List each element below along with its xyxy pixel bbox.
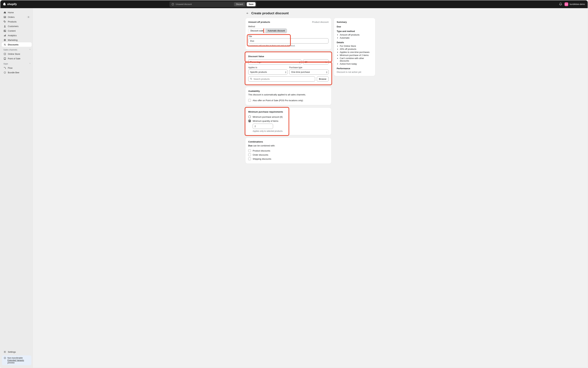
home-icon	[3, 11, 6, 14]
method-label: Method	[248, 25, 328, 28]
save-button[interactable]: Save	[247, 2, 256, 6]
nav-pos[interactable]: Point of Sale	[2, 56, 32, 61]
seg-discount-code[interactable]: Discount code	[248, 28, 265, 33]
svg-point-5	[4, 25, 5, 26]
radio-icon	[248, 115, 251, 118]
info-icon	[4, 357, 6, 364]
combo-order[interactable]: Order discounts	[248, 153, 328, 157]
app-icon	[3, 71, 6, 74]
chart-icon	[3, 34, 6, 37]
nav-marketing[interactable]: Marketing	[2, 38, 32, 42]
applies-to-label: Applies to	[248, 66, 288, 69]
card-title: Availability	[248, 90, 328, 92]
gear-icon	[3, 350, 6, 353]
nav-customers[interactable]: Customers	[2, 24, 32, 28]
contextual-save-bar: Unsaved discount Discard Save	[169, 1, 257, 7]
summary-card: Summary Duo Type and method Amount off p…	[334, 18, 375, 76]
title-help: Customers will see this in their cart an…	[248, 45, 328, 47]
tag-icon	[3, 20, 6, 23]
inbox-icon	[3, 16, 6, 18]
alert-icon	[171, 3, 174, 6]
card-title: Amount off products	[248, 21, 270, 23]
method-segmented: Discount code Automatic discount	[248, 28, 287, 33]
nav-flow[interactable]: Flow ›	[2, 66, 32, 70]
card-title: Combinations	[248, 140, 328, 143]
purchase-type-select[interactable]: One-time purchase ▴▾	[289, 69, 328, 75]
content-area: Create product discount Amount off produ…	[33, 8, 588, 368]
back-button[interactable]	[245, 11, 250, 15]
card-combinations: Combinations Duo can be combined with: P…	[245, 138, 331, 164]
combo-product[interactable]: Product discounts	[248, 149, 328, 153]
sidebar: Home Orders 4 Products Customers Content	[0, 8, 33, 368]
nav-content[interactable]: Content	[2, 28, 32, 33]
unsaved-message: Unsaved discount	[176, 3, 192, 5]
svg-rect-10	[5, 35, 6, 36]
svg-rect-9	[5, 35, 5, 37]
nav-products[interactable]: Products	[2, 19, 32, 24]
radio-min-amount[interactable]: Minimum purchase amount (€)	[248, 115, 328, 119]
page-title: Create product discount	[251, 11, 289, 15]
title-input[interactable]	[248, 38, 328, 44]
perf-heading: Performance	[337, 67, 373, 70]
notifications-icon[interactable]	[559, 2, 562, 6]
topbar: shopify Unsaved discount Discard Save bu…	[0, 0, 588, 8]
purchase-type-label: Purchase type	[289, 66, 328, 69]
svg-point-24	[250, 78, 252, 79]
card-availability: Availability This discount is automatica…	[245, 87, 331, 105]
nav-home[interactable]: Home	[2, 10, 32, 15]
seg-automatic[interactable]: Automatic discount	[265, 28, 287, 33]
store-icon	[3, 53, 6, 55]
svg-point-16	[5, 59, 5, 59]
radio-icon	[248, 120, 251, 122]
chevron-right-icon[interactable]: ›	[30, 48, 30, 51]
nav-bundle-bee[interactable]: Bundle Bee	[2, 70, 32, 75]
chevron-right-icon[interactable]: ›	[30, 62, 30, 64]
card-discount-value: Discount Value Percentage ▴▾ %	[245, 52, 331, 84]
nav-discounts[interactable]: Discounts	[2, 42, 32, 47]
radio-min-qty[interactable]: Minimum quantity of items	[248, 119, 328, 123]
summary-heading: Summary	[337, 21, 373, 23]
svg-point-14	[5, 45, 6, 46]
details-heading: Details	[337, 41, 373, 44]
product-search-input[interactable]	[248, 76, 315, 82]
svg-point-19	[4, 72, 6, 73]
person-icon	[3, 25, 6, 28]
avatar: bun	[565, 2, 568, 6]
perf-text: Discount is not active yet	[337, 71, 373, 73]
applies-to-select[interactable]: Specific products ▴▾	[248, 69, 288, 75]
nav-settings[interactable]: Settings	[2, 350, 32, 354]
title-label: Title	[248, 35, 328, 37]
store-name: bundlebee-demo	[570, 3, 585, 5]
pos-icon	[3, 57, 6, 60]
search-icon	[250, 78, 252, 80]
combo-shipping[interactable]: Shipping discounts	[248, 157, 328, 161]
nav-orders[interactable]: Orders 4	[2, 15, 32, 19]
flow-icon	[3, 66, 6, 69]
image-icon	[3, 29, 6, 32]
svg-point-13	[4, 44, 5, 44]
target-icon	[3, 39, 6, 41]
summary-name: Duo	[337, 25, 373, 28]
card-title: Discount Value	[248, 55, 328, 58]
combo-name: Duo	[248, 144, 252, 147]
svg-point-2	[173, 5, 173, 5]
svg-point-18	[5, 68, 6, 69]
value-type-select[interactable]: Percentage ▴▾	[248, 59, 301, 65]
qty-input[interactable]	[253, 124, 273, 129]
nav-online-store[interactable]: Online Store ›	[2, 52, 32, 56]
svg-rect-8	[4, 35, 4, 36]
discount-kind: Product discount	[312, 21, 328, 23]
preview-banner[interactable]: Non-transferable Extended Variants previ…	[2, 355, 31, 365]
pos-checkbox[interactable]	[248, 99, 251, 102]
nav-analytics[interactable]: Analytics	[2, 33, 32, 37]
svg-point-17	[4, 67, 4, 67]
section-sales-channels: Sales channels	[2, 47, 32, 52]
availability-desc: This discount is automatically applied t…	[248, 93, 328, 96]
account-menu[interactable]: bun bundlebee-demo	[565, 2, 585, 6]
discard-button[interactable]: Discard	[234, 2, 245, 6]
card-title: Minimum purchase requirements	[248, 110, 328, 113]
section-apps: Apps	[2, 61, 32, 66]
svg-point-20	[4, 351, 5, 352]
shopify-logo[interactable]: shopify	[3, 2, 17, 6]
browse-button[interactable]: Browse	[317, 76, 328, 82]
